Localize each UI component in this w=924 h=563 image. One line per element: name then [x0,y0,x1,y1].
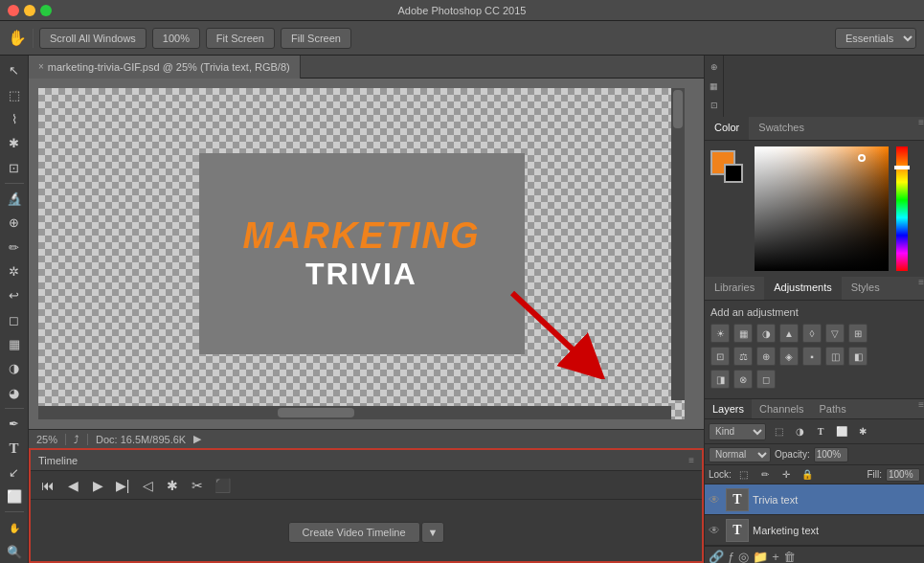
layer-item-trivia-text[interactable]: 👁 T Trivia text [705,484,924,515]
right-tool-1[interactable]: ⊕ [707,59,722,75]
scroll-all-windows-button[interactable]: Scroll All Windows [39,28,146,49]
tab-swatches[interactable]: Swatches [749,117,814,140]
document-tab[interactable]: × marketing-trivia-GIF.psd @ 25% (Trivia… [29,56,301,79]
fill-screen-button[interactable]: Fill Screen [281,28,351,49]
tab-libraries[interactable]: Libraries [705,277,764,300]
canvas-background[interactable]: MARKETING TRIVIA [38,88,685,419]
right-tool-3[interactable]: ⊡ [707,98,722,113]
layer-group-button[interactable]: 📁 [753,550,768,563]
vscroll-thumb[interactable] [673,90,683,128]
layer-visibility-trivia[interactable]: 👁 [709,493,722,507]
dodge-tool[interactable]: ◕ [3,382,26,404]
tab-styles[interactable]: Styles [842,277,890,300]
opacity-input[interactable] [814,447,848,462]
color-panel-collapse[interactable]: ≡ [918,117,924,140]
layer-style-button[interactable]: ƒ [728,550,734,563]
pen-tool[interactable]: ✒ [3,413,26,435]
layers-filter-kind[interactable]: Kind [709,423,766,440]
lasso-tool[interactable]: ⌇ [3,108,26,130]
adj-threshold[interactable]: ◨ [710,370,730,389]
adj-cb[interactable]: ⊞ [848,324,868,343]
brush-tool[interactable]: ✏ [3,236,26,258]
layer-item-marketing-text[interactable]: 👁 T Marketing text [705,515,924,546]
hue-strip[interactable] [896,146,908,271]
layers-filter-smart[interactable]: ✱ [854,423,871,440]
layers-filter-type[interactable]: T [812,423,829,440]
document-tab-close[interactable]: × [38,61,44,72]
adj-selective-color[interactable]: ◻ [756,370,776,389]
right-tool-2[interactable]: ▦ [707,79,722,94]
tab-adjustments[interactable]: Adjustments [764,277,842,300]
move-tool[interactable]: ↖ [3,59,26,81]
layer-visibility-marketing[interactable]: 👁 [709,524,722,537]
path-select-tool[interactable]: ↙ [3,462,26,484]
timeline-play-button[interactable]: ▶ [88,476,107,495]
adj-color-lookup[interactable]: ▪ [802,347,822,366]
timeline-cut-button[interactable]: ✂ [188,476,207,495]
fill-input[interactable] [886,468,920,482]
timeline-next-frame-button[interactable]: ▶| [113,476,132,495]
color-spectrum[interactable] [755,146,918,271]
timeline-tween-button[interactable]: ✱ [163,476,182,495]
zoom-input[interactable] [152,28,200,49]
layers-filter-pixel[interactable]: ⬚ [770,423,787,440]
spot-heal-tool[interactable]: ⊕ [3,212,26,234]
blend-mode-select[interactable]: Normal [709,447,771,462]
adj-hsb[interactable]: ▽ [825,324,845,343]
zoom-tool[interactable]: 🔍 [3,541,26,563]
gradient-tool[interactable]: ▦ [3,333,26,355]
adj-brightness[interactable]: ☀ [710,324,730,343]
adj-panel-collapse[interactable]: ≡ [918,277,924,300]
hand-tool-icon[interactable]: ✋ [8,29,27,47]
create-video-timeline-button[interactable]: Create Video Timeline [288,522,420,543]
color-saturation-brightness[interactable] [755,146,889,271]
adj-balance[interactable]: ⊡ [710,347,730,366]
lock-image-pixels[interactable]: ✏ [756,466,774,484]
marquee-tool[interactable]: ⬚ [3,83,26,105]
adj-levels[interactable]: ▦ [733,324,753,343]
history-brush-tool[interactable]: ↩ [3,284,26,306]
layer-delete-button[interactable]: 🗑 [783,550,796,563]
blur-tool[interactable]: ◑ [3,357,26,379]
adj-photo-filter[interactable]: ⊕ [756,347,776,366]
adj-channel-mixer[interactable]: ◈ [779,347,799,366]
layers-panel-collapse[interactable]: ≡ [918,399,924,418]
hscroll-thumb[interactable] [278,408,354,417]
timeline-prev-button[interactable]: ◁ [138,476,157,495]
eyedropper-tool[interactable]: 🔬 [3,188,26,210]
close-button[interactable] [8,5,19,16]
eraser-tool[interactable]: ◻ [3,309,26,331]
minimize-button[interactable] [24,5,35,16]
fit-screen-button[interactable]: Fit Screen [206,28,275,49]
clone-stamp-tool[interactable]: ✲ [3,260,26,282]
tab-layers[interactable]: Layers [705,399,752,418]
lock-transparent-pixels[interactable]: ⬚ [735,466,753,484]
timeline-collapse-button[interactable]: ≡ [688,455,694,465]
maximize-button[interactable] [40,5,52,16]
adj-vibrance[interactable]: ◊ [802,324,822,343]
timeline-first-frame-button[interactable]: ⏮ [38,476,57,495]
layers-filter-shape[interactable]: ⬜ [833,423,850,440]
crop-tool[interactable]: ⊡ [3,156,26,178]
doc-arrow[interactable]: ▶ [193,433,201,445]
tab-paths[interactable]: Paths [812,399,854,418]
essentials-select[interactable]: Essentials [835,28,916,49]
text-tool[interactable]: T [3,437,26,459]
canvas-horizontal-scrollbar[interactable] [38,406,671,419]
layer-mask-button[interactable]: ◎ [738,550,749,563]
canvas-vertical-scrollbar[interactable] [671,88,685,400]
tab-color[interactable]: Color [705,117,749,140]
adj-curves[interactable]: ◑ [756,324,776,343]
adj-exposure[interactable]: ▲ [779,324,799,343]
background-color-swatch[interactable] [724,164,743,183]
adj-gradient-map[interactable]: ⊗ [733,370,753,389]
adj-posterize[interactable]: ◧ [848,347,868,366]
hand-tool[interactable]: ✋ [3,516,26,538]
create-video-timeline-dropdown[interactable]: ▼ [421,522,445,543]
canvas-area[interactable]: MARKETING TRIVIA [29,79,704,429]
adj-invert[interactable]: ◫ [825,347,845,366]
lock-position[interactable]: ✛ [778,466,795,484]
adj-bw[interactable]: ⚖ [733,347,753,366]
layers-filter-adjust[interactable]: ◑ [791,423,808,440]
tab-channels[interactable]: Channels [752,399,811,418]
